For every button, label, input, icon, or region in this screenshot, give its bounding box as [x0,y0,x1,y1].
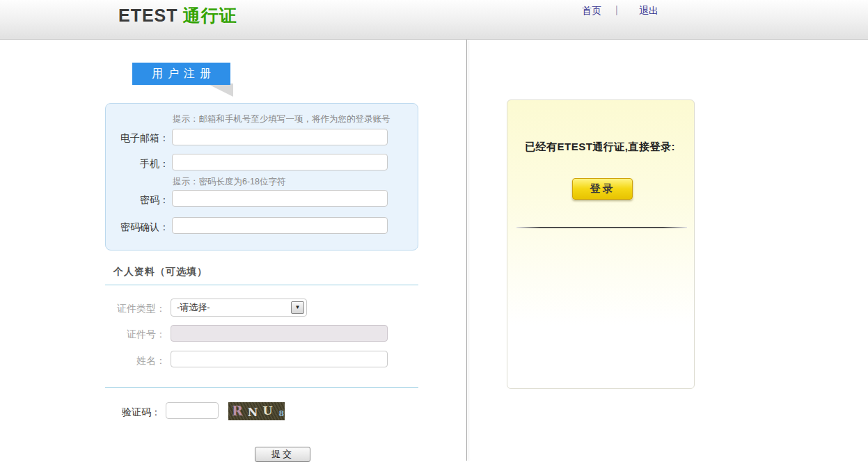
id-number-label: 证件号： [96,328,166,341]
account-hint: 提示：邮箱和手机号至少填写一项，将作为您的登录账号 [173,113,390,125]
brand-etest: ETEST [118,6,178,25]
tab-user-register: 用户注册 [132,63,230,85]
section-divider-top [105,285,418,285]
section-divider-bottom [105,387,418,388]
page: ETEST通行证 首页 | 退出 用户注册 提示：邮箱和手机号至少填写一项，将作… [0,0,868,469]
captcha-char: N [248,407,258,418]
column-divider [466,40,467,461]
chevron-down-icon[interactable]: ▼ [291,301,304,314]
nav-separator: | [615,4,618,15]
id-type-selected-value: -请选择- [177,299,210,316]
captcha-image[interactable]: R N U 8 [228,402,285,420]
name-label: 姓名： [96,355,166,367]
nav-home-link[interactable]: 首页 [582,5,601,17]
email-field[interactable] [172,129,388,145]
captcha-char: R [232,404,243,418]
mobile-field[interactable] [172,154,388,170]
login-button[interactable]: 登录 [572,178,633,200]
name-field[interactable] [171,351,388,367]
captcha-label: 验证码： [91,406,161,419]
password-field[interactable] [172,190,388,207]
captcha-char: 8 [278,410,284,418]
brand-passport: 通行证 [183,6,237,25]
password-hint: 提示：密码长度为6-18位字符 [173,176,286,188]
password-confirm-label: 密码确认： [100,221,169,234]
existing-account-message: 已经有ETEST通行证,直接登录: [525,141,675,154]
id-number-field [171,325,388,342]
panel-divider [516,227,687,228]
brand-logo: ETEST通行证 [118,4,237,27]
mobile-label: 手机： [100,158,169,170]
email-label: 电子邮箱： [100,132,169,145]
existing-account-panel: 已经有ETEST通行证,直接登录: 登录 [507,100,695,389]
password-label: 密码： [100,194,169,207]
captcha-char: U [262,406,272,417]
id-type-select[interactable]: -请选择- ▼ [171,299,307,317]
password-confirm-field[interactable] [172,217,388,234]
tab-bubble-tail [207,84,233,97]
captcha-field[interactable] [166,402,219,419]
id-type-label: 证件类型： [96,303,166,315]
profile-section-title: 个人资料（可选填） [113,266,207,278]
submit-button[interactable]: 提交 [255,447,310,462]
page-header: ETEST通行证 首页 | 退出 [0,0,868,40]
nav-logout-link[interactable]: 退出 [639,5,658,17]
